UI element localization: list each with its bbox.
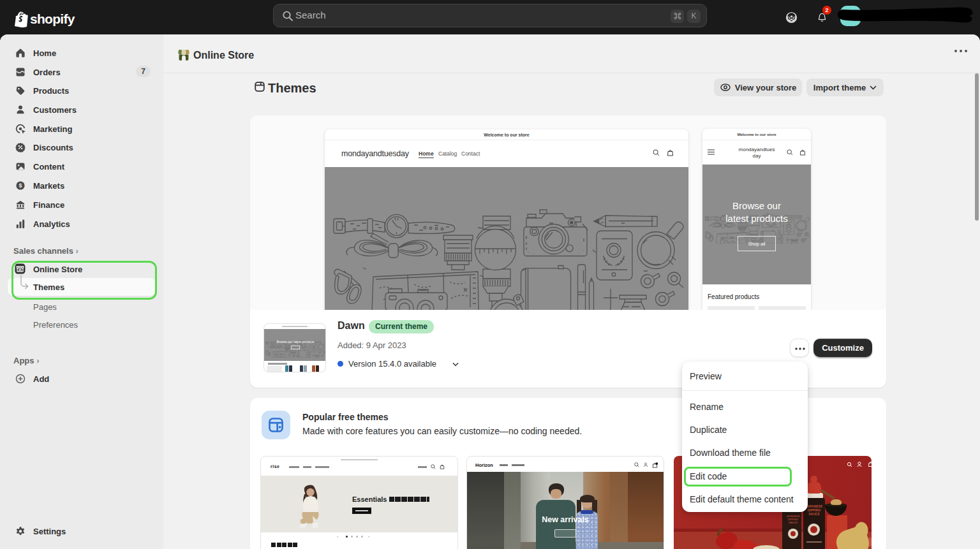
- svg-text:shopify: shopify: [30, 11, 75, 26]
